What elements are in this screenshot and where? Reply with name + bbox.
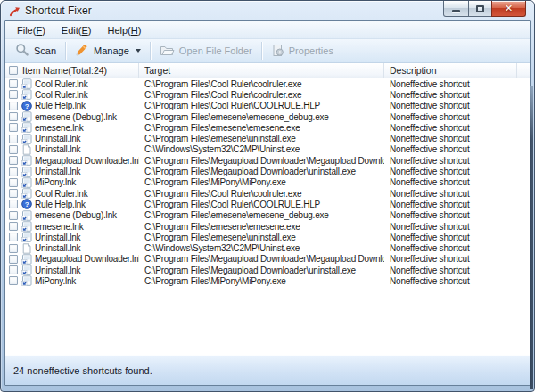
table-row[interactable]: ? Rule Help.lnk C:\Program Files\Cool Ru… [5,101,530,111]
properties-icon [271,44,284,59]
row-checkbox[interactable] [9,112,18,121]
column-header-item-name[interactable]: Item Name(Total:24) [5,63,139,78]
scan-label: Scan [34,45,56,56]
row-checkbox[interactable] [9,90,18,99]
shortcut-file-icon: ? [21,275,32,286]
row-checkbox[interactable] [9,145,18,154]
close-button[interactable]: ✕ [491,1,526,17]
menu-help[interactable]: Help(H) [99,23,149,37]
manage-button[interactable]: Manage [67,40,149,61]
item-name: Megaupload Downloader.lnk [35,254,139,264]
title-bar[interactable]: Shortcut Fixer ✕ [1,1,534,20]
table-row[interactable]: ? Megaupload Downloader.lnk C:\Program F… [5,155,530,166]
column-header-target[interactable]: Target [139,63,384,78]
item-target: C:\Program Files\MiPony\MiPony.exe [139,177,384,188]
table-row[interactable]: ? emesene.lnk C:\Program Files\emesene\e… [5,122,530,133]
item-target: C:\Program Files\emesene\emesene.exe [139,122,384,133]
shortcut-file-icon: ? [21,188,32,199]
folder-icon [160,44,175,59]
open-file-folder-button[interactable]: Open File Folder [152,40,260,61]
item-name: emesene (Debug).lnk [35,112,117,122]
table-row[interactable]: ? Cool Ruler.lnk C:\Program Files\Cool R… [5,89,530,100]
item-name: Cool Ruler.lnk [35,189,87,199]
row-checkbox[interactable] [9,156,18,165]
item-name: MiPony.lnk [35,177,76,187]
table-row[interactable]: ? Cool Ruler.lnk C:\Program Files\Cool R… [5,188,530,199]
row-checkbox[interactable] [9,102,18,110]
shortcut-file-icon: ? [21,155,32,166]
item-name: Uninstall.lnk [35,167,80,176]
shortcut-file-icon: ? [21,89,32,100]
table-row[interactable]: ? MiPony.lnk C:\Program Files\MiPony\MiP… [5,177,530,188]
table-row[interactable]: ? Cool Ruler.lnk C:\Program Files\Cool R… [5,78,530,89]
shortcut-file-icon: ? [21,265,32,275]
column-header-empty [517,63,530,78]
table-row[interactable]: ? Rule Help.lnk C:\Program Files\Cool Ru… [5,199,530,209]
svg-text:?: ? [24,102,29,110]
item-description: Noneffective shortcut [384,78,517,89]
maximize-button[interactable] [468,1,492,17]
item-description: Noneffective shortcut [384,221,517,232]
item-description: Noneffective shortcut [384,133,517,143]
item-name: Uninstall.lnk [35,134,80,143]
row-checkbox[interactable] [9,244,18,253]
table-row[interactable]: ? MiPony.lnk C:\Program Files\MiPony\MiP… [5,275,530,286]
properties-label: Properties [289,45,333,56]
table-row[interactable]: ? Uninstall.lnk C:\Program Files\emesene… [5,232,530,242]
item-description: Noneffective shortcut [384,144,517,155]
row-checkbox[interactable] [9,135,18,143]
row-checkbox[interactable] [9,276,18,285]
window-body: File(F) Edit(E) Help(H) Scan [4,20,531,386]
item-target: C:\Program Files\Cool Ruler\COOLRULE.HLP [139,199,384,209]
status-text: 24 noneffective shortcuts found. [13,365,152,376]
select-all-checkbox[interactable] [9,66,18,75]
menu-edit[interactable]: Edit(E) [54,23,100,37]
table-row[interactable]: ? emesene (Debug).lnk C:\Program Files\e… [5,111,530,122]
item-target: C:\Windows\System32\C2MP\Uninst.exe [139,242,384,253]
item-description: Noneffective shortcut [384,275,517,286]
item-description: Noneffective shortcut [384,166,517,176]
item-name: Megaupload Downloader.lnk [35,156,139,166]
shortcut-file-icon: ? [21,254,32,265]
toolbar-separator [150,42,151,60]
toolbar-separator [261,42,262,60]
row-checkbox[interactable] [9,233,18,241]
item-name: emesene.lnk [35,222,84,232]
row-checkbox[interactable] [9,123,18,132]
item-description: Noneffective shortcut [384,111,517,122]
row-checkbox[interactable] [9,255,18,264]
table-row[interactable]: ? Megaupload Downloader.lnk C:\Program F… [5,254,530,265]
shortcut-file-icon: ? [21,210,32,221]
row-checkbox[interactable] [9,222,18,231]
table-row[interactable]: ? Uninstall.lnk C:\Windows\System32\C2MP… [5,242,530,253]
scan-button[interactable]: Scan [7,40,64,61]
table-row[interactable]: ? emesene (Debug).lnk C:\Program Files\e… [5,210,530,221]
minimize-button[interactable] [443,1,469,17]
row-checkbox[interactable] [9,189,18,198]
table-row[interactable]: ? emesene.lnk C:\Program Files\emesene\e… [5,221,530,232]
table-row[interactable]: ? Uninstall.lnk C:\Program Files\Megaupl… [5,265,530,275]
magnifier-icon [15,43,29,59]
chevron-down-icon [136,49,141,53]
item-name: MiPony.lnk [35,276,76,286]
row-checkbox[interactable] [9,178,18,187]
properties-button[interactable]: Properties [263,40,342,61]
help-file-icon: ? [21,101,32,111]
row-checkbox[interactable] [9,79,18,88]
item-target: C:\Windows\System32\C2MP\Uninst.exe [139,144,384,155]
row-checkbox[interactable] [9,167,18,176]
column-header-description[interactable]: Description [384,63,517,78]
item-name: Uninstall.lnk [35,265,80,275]
table-row[interactable]: ? Uninstall.lnk C:\Program Files\emesene… [5,133,530,143]
table-row[interactable]: ? Uninstall.lnk C:\Windows\System32\C2MP… [5,144,530,155]
item-target: C:\Program Files\MiPony\MiPony.exe [139,275,384,286]
item-description: Noneffective shortcut [384,210,517,221]
row-checkbox[interactable] [9,211,18,220]
row-checkbox[interactable] [9,200,18,208]
item-description: Noneffective shortcut [384,232,517,242]
item-target: C:\Program Files\Megaupload Downloader\u… [139,166,384,176]
table-row[interactable]: ? Uninstall.lnk C:\Program Files\Megaupl… [5,166,530,176]
menu-file[interactable]: File(F) [9,23,54,37]
row-checkbox[interactable] [9,265,18,274]
item-target: C:\Program Files\emesene\emesene.exe [139,221,384,232]
